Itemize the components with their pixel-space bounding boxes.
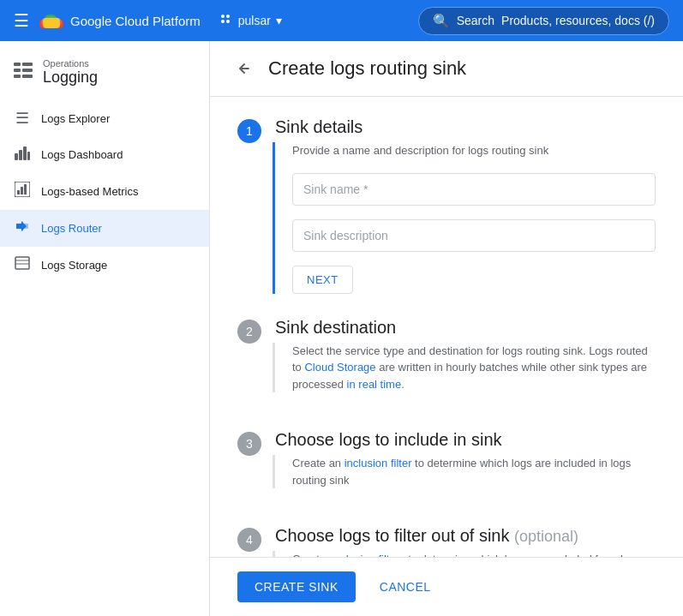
- top-header: ☰ Google Cloud Platform pulsar ▾: [0, 0, 683, 41]
- page-title: Create logs routing sink: [268, 57, 466, 80]
- svg-rect-18: [27, 152, 30, 160]
- project-icon: [218, 11, 233, 30]
- step-4-number: 4: [237, 528, 261, 552]
- cloud-storage-link[interactable]: Cloud Storage: [304, 361, 375, 374]
- sidebar-header-text: Operations Logging: [43, 58, 98, 87]
- step-1-title: Sink details: [275, 117, 656, 137]
- step-3-number: 3: [237, 432, 261, 456]
- svg-point-5: [221, 15, 225, 18]
- step-2: 2 Sink destination Select the service ty…: [237, 318, 656, 407]
- sidebar-label-logs-dashboard: Logs Dashboard: [41, 148, 123, 161]
- sidebar-item-logs-metrics[interactable]: Logs-based Metrics: [0, 173, 209, 210]
- logs-metrics-icon: [14, 182, 31, 201]
- logs-explorer-icon: ☰: [14, 109, 31, 128]
- logs-storage-icon: [14, 255, 31, 275]
- project-name: pulsar: [238, 14, 271, 27]
- sink-description-input[interactable]: [292, 219, 656, 252]
- step-3-title: Choose logs to include in sink: [275, 430, 656, 450]
- step-2-desc: Select the service type and destination …: [292, 343, 656, 393]
- main-layout: Operations Logging ☰ Logs Explorer Logs …: [0, 41, 683, 616]
- step-1: 1 Sink details Provide a name and descri…: [237, 117, 656, 294]
- dropdown-icon: ▾: [276, 14, 282, 27]
- svg-rect-10: [22, 63, 33, 66]
- sidebar-label-logs-metrics: Logs-based Metrics: [41, 185, 138, 198]
- create-sink-button[interactable]: CREATE SINK: [237, 571, 356, 602]
- svg-rect-12: [22, 69, 33, 72]
- search-label: Search: [457, 14, 494, 27]
- svg-rect-16: [19, 150, 22, 160]
- steps-content: 1 Sink details Provide a name and descri…: [210, 97, 683, 616]
- step-3-desc: Create an inclusion filter to determine …: [292, 455, 656, 488]
- step-4-optional: (optional): [514, 528, 578, 545]
- inclusion-filter-link[interactable]: inclusion filter: [344, 457, 412, 469]
- sidebar-item-logs-explorer[interactable]: ☰ Logs Explorer: [0, 100, 209, 136]
- search-placeholder: Products, resources, docs (/): [501, 14, 655, 27]
- svg-rect-21: [21, 187, 23, 194]
- sidebar-title: Logging: [43, 69, 98, 87]
- main-content: Create logs routing sink 1 Sink details …: [210, 41, 683, 616]
- svg-rect-17: [23, 147, 27, 160]
- cloud-logo-icon: [39, 11, 63, 30]
- footer-actions: CREATE SINK CANCEL: [210, 557, 683, 616]
- next-button[interactable]: NEXT: [292, 266, 353, 294]
- sidebar: Operations Logging ☰ Logs Explorer Logs …: [0, 41, 210, 616]
- logo-text: Google Cloud Platform: [70, 14, 201, 28]
- project-selector[interactable]: pulsar ▾: [218, 11, 282, 30]
- svg-rect-13: [14, 75, 21, 78]
- step-2-content: Sink destination Select the service type…: [275, 318, 656, 407]
- step-1-desc: Provide a name and description for logs …: [292, 142, 656, 159]
- svg-point-7: [221, 20, 225, 23]
- step-3-body: Create an inclusion filter to determine …: [273, 455, 656, 488]
- logs-dashboard-icon: [14, 145, 31, 164]
- sidebar-label-logs-explorer: Logs Explorer: [41, 112, 110, 125]
- svg-point-4: [41, 16, 62, 28]
- step-4-title-text: Choose logs to filter out of sink: [275, 526, 509, 545]
- search-bar[interactable]: 🔍 Search Products, resources, docs (/): [418, 7, 669, 35]
- cancel-button[interactable]: CANCEL: [366, 571, 445, 602]
- svg-rect-9: [14, 63, 21, 66]
- svg-rect-23: [15, 257, 29, 269]
- hamburger-menu-icon[interactable]: ☰: [14, 10, 29, 31]
- step-4-title: Choose logs to filter out of sink (optio…: [275, 526, 656, 546]
- sidebar-sub-title: Operations: [43, 58, 98, 69]
- sidebar-item-logs-router[interactable]: Logs Router: [0, 210, 209, 247]
- svg-rect-15: [15, 153, 18, 160]
- step-3-content: Choose logs to include in sink Create an…: [275, 430, 656, 502]
- step-1-content: Sink details Provide a name and descript…: [275, 117, 656, 294]
- step-2-number: 2: [237, 320, 261, 344]
- sidebar-label-logs-storage: Logs Storage: [41, 259, 107, 272]
- svg-rect-11: [14, 69, 21, 72]
- step-3: 3 Choose logs to include in sink Create …: [237, 430, 656, 502]
- svg-rect-20: [17, 190, 20, 194]
- real-time-link[interactable]: in real time: [347, 378, 402, 391]
- back-button[interactable]: [231, 55, 258, 82]
- svg-rect-14: [22, 75, 33, 78]
- sidebar-item-logs-storage[interactable]: Logs Storage: [0, 247, 209, 284]
- step-2-body: Select the service type and destination …: [273, 343, 656, 393]
- search-icon: 🔍: [433, 13, 450, 29]
- step-2-title: Sink destination: [275, 318, 656, 338]
- svg-rect-22: [24, 184, 27, 194]
- page-header: Create logs routing sink: [210, 41, 683, 97]
- sink-name-input[interactable]: [292, 173, 656, 206]
- step-1-body: Provide a name and description for logs …: [273, 142, 656, 294]
- sidebar-header: Operations Logging: [0, 48, 209, 100]
- sidebar-header-icon: [14, 63, 33, 82]
- svg-point-8: [226, 20, 230, 23]
- logo: Google Cloud Platform: [39, 11, 201, 30]
- sidebar-item-logs-dashboard[interactable]: Logs Dashboard: [0, 136, 209, 173]
- step-1-number: 1: [237, 119, 261, 143]
- sidebar-label-logs-router: Logs Router: [41, 222, 102, 235]
- svg-point-6: [226, 15, 230, 18]
- logs-router-icon: [14, 218, 31, 238]
